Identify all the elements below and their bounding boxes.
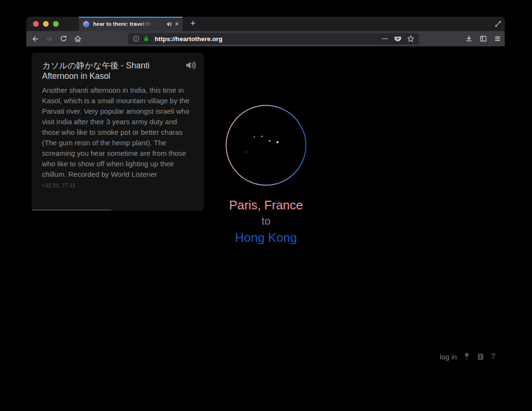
globe-circle[interactable] — [225, 104, 307, 186]
route-label: Paris, France to Hong Kong — [194, 197, 338, 246]
https-lock-icon[interactable] — [141, 33, 151, 44]
route-connector: to — [194, 213, 338, 229]
log-in-link[interactable]: log in — [440, 353, 457, 361]
url-text: https://heartothere.org — [155, 35, 223, 43]
pin-icon[interactable] — [463, 352, 470, 361]
menu-hamburger-icon[interactable] — [490, 31, 505, 46]
browser-window: hear to there: travel throug ✕ + — [26, 17, 505, 411]
contacts-book-icon[interactable] — [477, 353, 485, 361]
tab-audio-icon[interactable] — [166, 21, 172, 27]
audio-progress-bar[interactable] — [32, 209, 111, 211]
route-destination[interactable]: Hong Kong — [194, 229, 338, 246]
new-tab-button[interactable]: + — [188, 17, 198, 31]
page-actions-icon[interactable] — [378, 33, 391, 44]
navigation-toolbar: https://heartothere.org — [26, 31, 505, 46]
tab-close-icon[interactable]: ✕ — [175, 17, 179, 31]
reload-button[interactable] — [56, 31, 71, 46]
pocket-icon[interactable] — [391, 33, 404, 44]
globe-dots — [245, 136, 278, 153]
downloads-icon[interactable] — [462, 31, 476, 46]
sound-description: Another shanti afternoon in India, this … — [42, 85, 193, 180]
tab-favicon-icon — [83, 21, 89, 27]
tab-title: hear to there: travel throug — [93, 21, 152, 27]
sidebar-toggle-icon[interactable] — [476, 31, 490, 46]
forward-button[interactable] — [42, 31, 56, 46]
speaker-icon[interactable] — [185, 60, 197, 72]
sound-title: カソルの静かな午後 - Shanti Afternoon in Kasol — [42, 61, 175, 81]
bookmark-star-icon[interactable] — [404, 33, 417, 44]
help-question-icon[interactable]: ? — [491, 352, 496, 361]
titlebar: hear to there: travel throug ✕ + — [26, 17, 505, 31]
url-bar[interactable]: https://heartothere.org — [128, 33, 419, 44]
home-button[interactable] — [71, 31, 85, 46]
page-content: カソルの静かな午後 - Shanti Afternoon in Kasol An… — [26, 46, 505, 411]
zoom-window-button[interactable] — [53, 21, 59, 27]
sound-info-card: カソルの静かな午後 - Shanti Afternoon in Kasol An… — [32, 53, 204, 211]
desktop: { "browser": { "tab_title": "hear to the… — [0, 0, 532, 411]
route-origin[interactable]: Paris, France — [194, 197, 338, 213]
footer-actions: log in ? — [440, 352, 496, 361]
site-info-icon[interactable] — [131, 33, 141, 44]
close-window-button[interactable] — [33, 21, 39, 27]
browser-tab[interactable]: hear to there: travel throug ✕ — [79, 17, 182, 31]
sound-coordinates: ≈32.01, 77.31 — [42, 183, 193, 188]
traffic-lights — [33, 21, 59, 27]
fullscreen-resize-icon[interactable] — [494, 20, 502, 28]
back-button[interactable] — [28, 31, 42, 46]
minimize-window-button[interactable] — [43, 21, 49, 27]
globe-ring — [226, 106, 306, 185]
